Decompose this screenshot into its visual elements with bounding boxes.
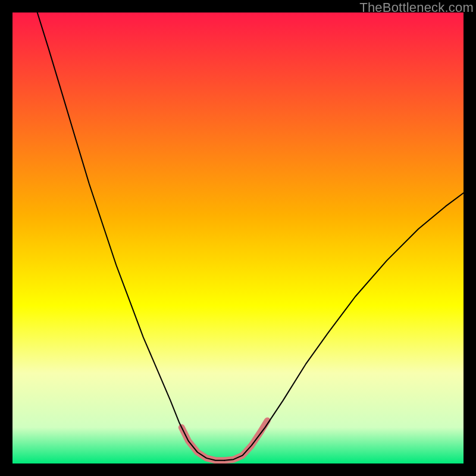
plot-area [12,12,464,464]
bottleneck-curve-chart [12,12,464,464]
gradient-background [12,12,464,464]
chart-frame: TheBottleneck.com [0,0,476,476]
watermark-label: TheBottleneck.com [359,0,474,15]
